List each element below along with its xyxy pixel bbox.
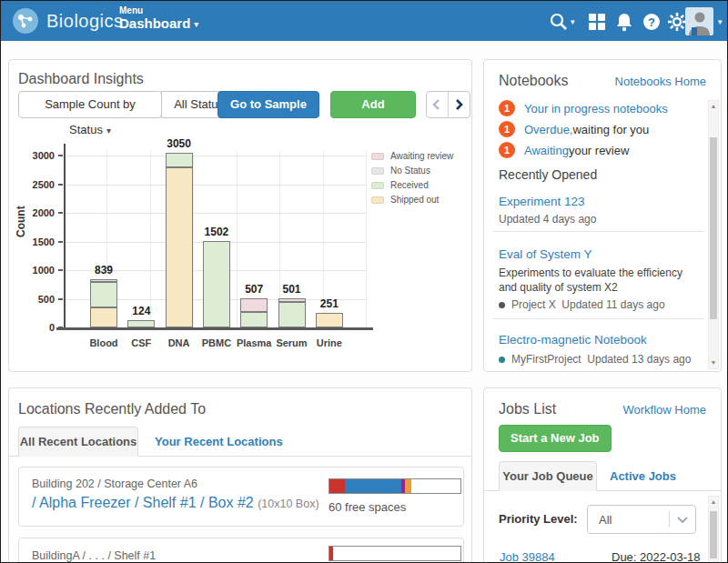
locations-title: Locations Recently Added To — [18, 401, 206, 417]
settings-gear-icon[interactable] — [667, 12, 687, 32]
job-due-date: Due: 2022-03-18 — [612, 550, 701, 563]
legend-swatch — [371, 196, 384, 204]
capacity-segment — [405, 479, 411, 493]
bar-total-label: 251 — [302, 297, 357, 310]
avatar-silhouette-icon — [685, 7, 713, 35]
divider — [493, 231, 704, 232]
priority-level-select[interactable]: All — [587, 505, 696, 534]
location-card[interactable]: Building 202 / Storage Center A6 / Alpha… — [18, 467, 464, 527]
biologics-logo-icon[interactable] — [12, 7, 39, 35]
notebook-entry-updated: Updated 4 days ago — [499, 213, 596, 226]
bar-segment-shipped-out — [166, 167, 193, 327]
location-link-text[interactable]: / Alpha Freezer / Shelf #1 / Box #2 — [32, 495, 254, 510]
y-axis-tick — [58, 155, 63, 156]
legend-label: No Status — [390, 166, 430, 176]
tab-active-jobs[interactable]: Active Jobs — [610, 469, 676, 483]
location-card[interactable]: BuildingA / . . . / Shelf #1 — [18, 538, 464, 563]
capacity-segment — [329, 479, 345, 493]
sample-count-bar-chart: Count Awaiting reviewNo StatusReceivedSh… — [9, 60, 471, 371]
bar-total-label: 501 — [265, 283, 319, 296]
bar-total-label: 1502 — [189, 226, 244, 238]
notebook-counter-overdue[interactable]: 1 Overdue, waiting for you — [499, 121, 649, 137]
search-icon[interactable] — [549, 12, 569, 32]
tab-all-recent-locations[interactable]: All Recent Locations — [18, 427, 138, 457]
notebook-entry-meta: MyFirstProject Updated 13 days ago — [499, 353, 691, 366]
jobs-scrollbar[interactable]: ▲ — [708, 496, 719, 563]
bar-segment-received — [127, 320, 155, 327]
chart-legend: Awaiting reviewNo StatusReceivedShipped … — [371, 151, 453, 209]
counter-link[interactable]: Awaiting — [524, 144, 569, 157]
notebook-counter-awaiting-review[interactable]: 1 Awaiting your review — [499, 142, 629, 158]
gridline — [366, 151, 367, 327]
scroll-up-icon[interactable]: ▲ — [709, 101, 718, 112]
gridline — [64, 156, 366, 156]
user-avatar[interactable] — [685, 7, 713, 35]
notifications-bell-icon[interactable] — [614, 12, 634, 32]
project-name: Project X — [511, 298, 556, 311]
gridline — [193, 151, 194, 327]
bar-segment-shipped-out — [316, 313, 343, 327]
divider — [493, 318, 704, 319]
y-axis-tick-label: 500 — [18, 294, 55, 305]
priority-level-label: Priority Level: — [499, 512, 578, 526]
notebook-entry-link[interactable]: Experiment 123 — [499, 195, 585, 208]
notebook-entry-link[interactable]: Electro-magnetic Notebook — [499, 333, 647, 347]
svg-text:?: ? — [648, 15, 655, 29]
user-menu-caret-icon[interactable]: ▾ — [718, 17, 723, 26]
y-axis-tick-label: 0 — [18, 322, 55, 333]
legend-entry: Awaiting review — [371, 151, 453, 161]
count-badge: 1 — [499, 121, 515, 137]
locations-panel: Locations Recently Added To All Recent L… — [8, 387, 472, 563]
search-caret-icon[interactable]: ▾ — [571, 17, 575, 26]
workflow-home-link[interactable]: Workflow Home — [622, 403, 706, 417]
counter-link[interactable]: Overdue, — [524, 123, 572, 136]
legend-swatch — [371, 167, 384, 175]
legend-label: Shipped out — [390, 195, 439, 205]
location-box-size: (10x10 Box) — [258, 498, 318, 510]
updated-text: Updated 13 days ago — [587, 353, 691, 366]
y-axis-tick — [58, 298, 63, 300]
bar-total-label: 124 — [114, 305, 168, 317]
y-axis-tick — [58, 184, 63, 186]
tab-your-recent-locations[interactable]: Your Recent Locations — [155, 435, 283, 448]
start-new-job-button[interactable]: Start a New Job — [499, 425, 612, 452]
legend-entry: Received — [371, 180, 453, 190]
counter-link[interactable]: Your in progress notebooks — [524, 102, 668, 116]
y-axis-tick-label: 2500 — [18, 179, 55, 190]
y-axis-tick-label: 1000 — [18, 265, 55, 276]
bar-total-label: 3050 — [152, 137, 207, 150]
capacity-bar — [329, 546, 461, 561]
scroll-down-icon[interactable]: ▼ — [709, 357, 718, 368]
scroll-up-icon[interactable]: ▲ — [709, 497, 718, 508]
legend-label: Awaiting review — [390, 151, 453, 161]
scrollbar-thumb[interactable] — [710, 137, 717, 319]
job-link[interactable]: Job 39884 — [500, 550, 555, 563]
location-link[interactable]: / Alpha Freezer / Shelf #1 / Box #2 (10x… — [32, 495, 319, 511]
help-icon[interactable]: ? — [642, 12, 662, 32]
tab-your-job-queue[interactable]: Your Job Queue — [499, 461, 597, 491]
bar-segment-received — [90, 282, 117, 307]
capacity-segment — [345, 479, 401, 493]
notebooks-home-link[interactable]: Notebooks Home — [615, 75, 706, 88]
y-axis-line — [64, 144, 66, 327]
apps-grid-icon[interactable] — [587, 12, 607, 32]
gridline — [64, 185, 366, 186]
chevron-down-icon — [670, 511, 695, 528]
scrollbar-thumb[interactable] — [710, 511, 717, 558]
notebook-counter-in-progress[interactable]: 1 Your in progress notebooks — [499, 100, 668, 116]
biologics-dashboard-page: Biologics Menu Dashboard▾ ▾ ? — [0, 0, 728, 563]
count-badge: 1 — [499, 142, 515, 158]
notebooks-scrollbar[interactable]: ▲ ▼ — [708, 100, 719, 369]
product-menu[interactable]: Menu Dashboard▾ — [119, 5, 198, 32]
x-axis-label: Urine — [302, 337, 357, 348]
gridline — [64, 213, 366, 214]
menu-current-page: Dashboard — [119, 15, 190, 31]
project-bullet-icon — [499, 357, 505, 363]
dashboard-insights-panel: Dashboard Insights Sample Count by Statu… — [8, 59, 472, 372]
notebook-entry-link[interactable]: Eval of System Y — [499, 247, 592, 261]
priority-selected-value: All — [588, 513, 669, 527]
bar-segment-no-status — [90, 279, 117, 282]
y-axis-tick-label: 1500 — [18, 236, 55, 247]
legend-swatch — [371, 153, 384, 160]
bar-segment-received — [240, 312, 268, 327]
